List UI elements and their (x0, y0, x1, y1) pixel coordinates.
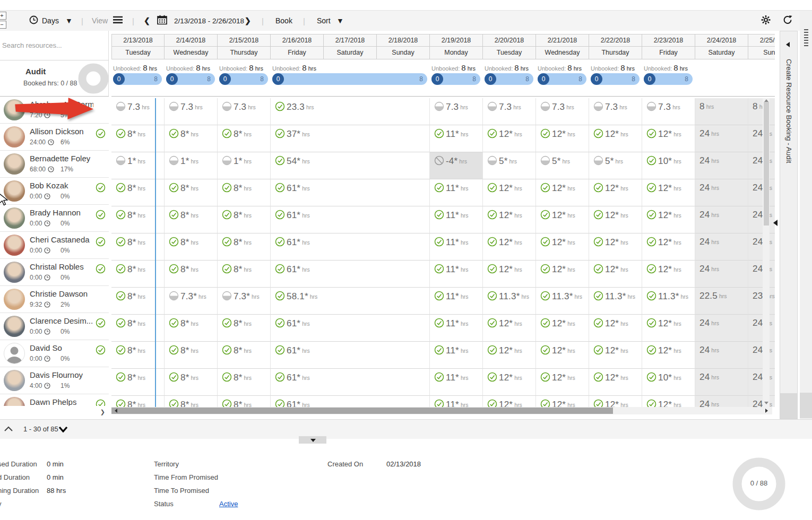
booking-cell[interactable]: 8*hrs (111, 261, 165, 288)
booking-cell[interactable]: 12*hrs (589, 206, 642, 233)
booking-cell[interactable]: 61*hrs (271, 315, 430, 342)
booking-cell[interactable]: 11.3*hrs (483, 288, 536, 315)
sidebar-scroll-right-icon[interactable]: ❯ (100, 409, 105, 415)
booking-cell[interactable]: 24hrs (748, 369, 775, 396)
panel-resize-handle[interactable] (299, 436, 326, 444)
booking-cell[interactable]: 11*hrs (430, 396, 483, 407)
booking-cell[interactable]: 8*hrs (165, 261, 218, 288)
vertical-scroll-thumb[interactable] (764, 102, 769, 226)
view-button[interactable]: View (92, 16, 108, 25)
booking-cell[interactable]: 10*hrs (642, 152, 695, 179)
booking-cell[interactable]: 10*hrs (642, 369, 695, 396)
booking-cell[interactable]: 12*hrs (483, 179, 536, 206)
booking-cell[interactable]: 24hrs (695, 206, 748, 233)
booking-cell[interactable]: 8*hrs (165, 233, 218, 261)
booking-cell[interactable]: 12*hrs (642, 206, 695, 233)
booking-cell[interactable]: 12*hrs (642, 125, 695, 152)
booking-cell[interactable]: 61*hrs (271, 369, 430, 396)
booking-cell[interactable]: 24hrs (748, 152, 775, 179)
resource-selected-check-icon[interactable] (96, 183, 106, 195)
zoom-in-button[interactable]: + (0, 12, 6, 20)
booking-cell[interactable]: 12*hrs (642, 179, 695, 206)
booking-cell[interactable]: 5*hrs (589, 152, 642, 179)
booking-cell[interactable]: 22.5hrs (695, 288, 748, 315)
booking-cell[interactable]: 12*hrs (536, 206, 589, 233)
booking-cell[interactable]: 12*hrs (536, 369, 589, 396)
booking-cell[interactable]: 12*hrs (642, 233, 695, 261)
booking-cell[interactable]: 11*hrs (430, 342, 483, 369)
booking-cell[interactable]: 12*hrs (536, 261, 589, 288)
resource-row[interactable]: Cheri Castaneda0:000% (0, 232, 109, 259)
booking-cell[interactable]: 12*hrs (589, 261, 642, 288)
sort-caret-icon[interactable]: ▼ (336, 16, 344, 25)
booking-cell[interactable]: 23.hrs (748, 288, 775, 315)
book-button[interactable]: Book (275, 16, 292, 25)
booking-cell[interactable]: 11*hrs (430, 369, 483, 396)
booking-cell[interactable]: 12*hrs (483, 342, 536, 369)
booking-cell[interactable]: 24hrs (748, 261, 775, 288)
booking-cell[interactable]: 61*hrs (271, 179, 430, 206)
booking-cell[interactable]: 61*hrs (271, 233, 430, 261)
booking-cell[interactable]: 8hrs (695, 98, 748, 125)
page-up-icon[interactable] (4, 426, 13, 431)
booking-cell[interactable]: 7.3hrs (483, 98, 536, 125)
next-range-button[interactable]: ❯ (245, 16, 251, 25)
expand-tab-icon[interactable] (786, 42, 790, 47)
booking-cell[interactable]: 54*hrs (271, 152, 430, 179)
booking-cell[interactable]: 12*hrs (589, 233, 642, 261)
resource-row[interactable]: Davis Flournoy4:001% (0, 367, 109, 394)
booking-cell[interactable]: 8*hrs (111, 396, 165, 407)
booking-cell[interactable]: 1*hrs (165, 152, 218, 179)
horizontal-scrollbar[interactable] (111, 407, 772, 414)
collapse-panel-icon[interactable] (773, 220, 778, 226)
booking-cell[interactable]: 8*hrs (111, 342, 165, 369)
booking-cell[interactable]: 5*hrs (536, 152, 589, 179)
booking-cell[interactable]: 12*hrs (536, 342, 589, 369)
booking-cell[interactable]: 8*hrs (165, 125, 218, 152)
booking-cell[interactable]: 8*hrs (218, 315, 271, 342)
booking-cell[interactable]: 11*hrs (430, 288, 483, 315)
booking-cell[interactable]: 12*hrs (642, 342, 695, 369)
list-view-icon[interactable] (113, 16, 123, 25)
scroll-down-icon[interactable] (764, 402, 768, 404)
booking-cell[interactable]: 8*hrs (218, 342, 271, 369)
resource-selected-check-icon[interactable] (96, 264, 106, 276)
booking-cell[interactable]: 37*hrs (271, 125, 430, 152)
booking-cell[interactable]: 11*hrs (430, 125, 483, 152)
booking-cell[interactable]: 12*hrs (483, 396, 536, 407)
booking-cell[interactable]: 12*hrs (536, 315, 589, 342)
vertical-scrollbar[interactable] (763, 98, 770, 407)
booking-cell[interactable]: 12*hrs (483, 233, 536, 261)
booking-cell[interactable]: 8*hrs (165, 342, 218, 369)
resource-selected-check-icon[interactable] (96, 399, 106, 406)
booking-cell[interactable]: 24hrs (748, 206, 775, 233)
booking-cell[interactable]: 12*hrs (589, 342, 642, 369)
booking-cell[interactable]: 24hrs (695, 396, 748, 407)
booking-cell[interactable]: 7.3hrs (218, 98, 271, 125)
booking-cell[interactable]: 8*hrs (111, 179, 165, 206)
booking-cell[interactable]: 8*hrs (218, 233, 271, 261)
requirement-group-row[interactable]: Audit Booked hrs: 0 / 88 (0, 60, 109, 97)
booking-cell[interactable]: 1*hrs (111, 152, 165, 179)
booking-cell[interactable]: 12*hrs (589, 125, 642, 152)
booking-cell[interactable]: 24hrs (748, 125, 775, 152)
days-mode-button[interactable]: Days (42, 16, 59, 25)
booking-cell[interactable]: 24hrs (695, 152, 748, 179)
booking-cell[interactable]: 8*hrs (111, 125, 165, 152)
resource-selected-check-icon[interactable] (96, 318, 106, 330)
zoom-out-button[interactable]: − (0, 21, 6, 29)
resource-row[interactable]: Christie Dawson9:322% (0, 286, 109, 313)
booking-cell[interactable]: 24hrs (695, 315, 748, 342)
booking-cell[interactable]: 1*hrs (218, 152, 271, 179)
booking-cell[interactable]: 8*hrs (165, 369, 218, 396)
booking-cell[interactable]: 12*hrs (483, 369, 536, 396)
booking-cell[interactable]: 12*hrs (589, 179, 642, 206)
booking-cell[interactable]: 61*hrs (271, 342, 430, 369)
booking-cell[interactable]: 24hrs (748, 233, 775, 261)
booking-cell[interactable]: 12*hrs (589, 396, 642, 407)
booking-cell[interactable]: 24hrs (695, 179, 748, 206)
booking-cell[interactable]: 8*hrs (218, 396, 271, 407)
booking-cell[interactable]: 23.3hrs (271, 98, 430, 125)
booking-cell[interactable]: 8*hrs (111, 369, 165, 396)
booking-cell[interactable]: 11.3*hrs (536, 288, 589, 315)
